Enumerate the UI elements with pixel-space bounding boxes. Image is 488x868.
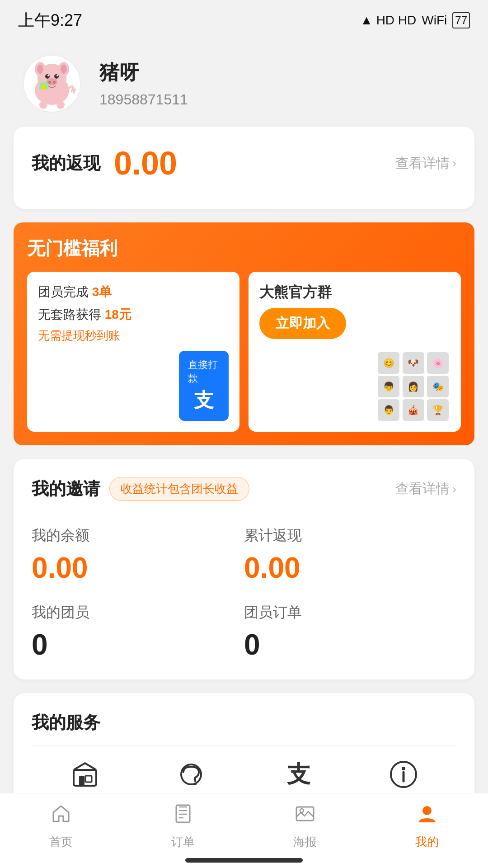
group-avatar-grid: 😊 🐶 🌸 👦 👩 🎭 👨 🎪 🏆 [378, 352, 450, 421]
chevron-right-icon: › [452, 156, 456, 170]
merchant-icon [67, 756, 103, 793]
signal-icon: ▲ HD HD [360, 13, 416, 28]
svg-point-38 [300, 809, 304, 812]
group-avatar-6: 🎭 [427, 376, 449, 397]
cashback-amount: 0.00 [114, 145, 395, 182]
svg-rect-22 [79, 776, 84, 786]
battery-icon: 77 [452, 12, 470, 28]
svg-point-9 [56, 75, 58, 76]
svg-point-39 [422, 806, 432, 815]
orders-icon [172, 802, 194, 830]
svg-point-6 [45, 74, 50, 79]
battery-level: 77 [455, 14, 467, 27]
avatar[interactable] [23, 54, 81, 113]
nav-mine-label: 我的 [415, 834, 439, 850]
banner-reward-text: 团员完成 3单 无套路获得 18元 无需提现秒到账 [38, 283, 229, 344]
nav-mine[interactable]: 我的 [366, 802, 488, 850]
poster-icon [294, 802, 316, 830]
banner-items: 团员完成 3单 无套路获得 18元 无需提现秒到账 直接打款 支 大熊官方群 立… [27, 272, 461, 432]
invitation-title-row: 我的邀请 收益统计包含团长收益 [32, 477, 249, 501]
svg-point-4 [37, 65, 43, 74]
nav-poster-label: 海报 [293, 834, 317, 850]
home-icon [50, 802, 72, 830]
stat-cumulative: 累计返现 0.00 [244, 526, 456, 585]
nav-orders[interactable]: 订单 [122, 802, 244, 850]
cashback-label: 我的返现 [32, 152, 100, 175]
members-label: 我的团员 [32, 603, 244, 623]
invitation-card: 我的邀请 收益统计包含团长收益 查看详情 › 我的余额 0.00 累计返现 0.… [14, 459, 474, 679]
svg-rect-23 [85, 776, 92, 782]
nav-orders-label: 订单 [171, 834, 195, 850]
nav-poster[interactable]: 海报 [244, 802, 366, 850]
wifi-icon: WiFi [422, 13, 447, 28]
nav-home[interactable]: 首页 [0, 802, 122, 850]
group-avatar-4: 👦 [378, 376, 399, 397]
svg-rect-20 [56, 101, 65, 109]
svg-point-25 [194, 783, 197, 785]
reward-line3: 无需提现秒到账 [38, 328, 229, 344]
svg-point-29 [402, 767, 405, 770]
group-avatar-7: 👨 [378, 399, 399, 421]
services-title: 我的服务 [32, 711, 456, 745]
chevron-right-icon-2: › [452, 482, 456, 496]
group-avatar-3: 🌸 [427, 352, 449, 374]
bottom-nav: 首页 订单 海报 [0, 793, 488, 868]
alipay-bind-icon: 支 [279, 756, 315, 793]
stat-members: 我的团员 0 [32, 603, 244, 661]
banner-item-reward[interactable]: 团员完成 3单 无套路获得 18元 无需提现秒到账 直接打款 支 [27, 272, 239, 432]
profile-phone: 18958871511 [99, 91, 188, 108]
cashback-header: 我的返现 0.00 查看详情 › [32, 145, 456, 182]
status-right: ▲ HD HD WiFi 77 [360, 12, 470, 28]
svg-point-5 [61, 65, 67, 74]
alipay-icon-wrapper: 直接打款 支 [179, 351, 229, 421]
balance-label: 我的余额 [32, 526, 244, 546]
svg-point-11 [48, 81, 51, 84]
cashback-card: 我的返现 0.00 查看详情 › [14, 127, 474, 209]
svg-point-7 [54, 74, 59, 79]
stats-grid: 我的余额 0.00 累计返现 0.00 我的团员 0 团员订单 0 [32, 526, 456, 661]
invitation-header: 我的邀请 收益统计包含团长收益 查看详情 › [32, 477, 456, 512]
group-avatar-1: 😊 [378, 352, 399, 374]
about-icon [385, 756, 422, 793]
orange-banner: 无门槛福利 团员完成 3单 无套路获得 18元 无需提现秒到账 直接打款 支 [14, 222, 474, 445]
stat-balance: 我的余额 0.00 [32, 526, 244, 585]
alipay-label: 直接打款 [188, 358, 220, 385]
members-value: 0 [32, 628, 244, 661]
svg-point-12 [53, 81, 56, 84]
group-avatar-9: 🏆 [427, 399, 449, 421]
group-title: 大熊官方群 [259, 283, 332, 302]
group-avatar-2: 🐶 [403, 352, 424, 374]
cashback-view-detail[interactable]: 查看详情 › [395, 154, 456, 173]
invitation-badge: 收益统计包含团长收益 [109, 477, 249, 501]
banner-item-group[interactable]: 大熊官方群 立即加入 😊 🐶 🌸 👦 👩 🎭 👨 🎪 🏆 [249, 272, 461, 432]
group-avatar-5: 👩 [403, 376, 424, 397]
banner-title: 无门槛福利 [27, 236, 461, 261]
status-bar: 上午9:27 ▲ HD HD WiFi 77 [0, 0, 488, 36]
orders-label: 团员订单 [244, 603, 456, 623]
home-indicator [185, 858, 303, 863]
profile-info: 猪呀 18958871511 [99, 59, 188, 108]
profile-name: 猪呀 [99, 59, 188, 86]
balance-value: 0.00 [32, 551, 244, 585]
join-group-button[interactable]: 立即加入 [259, 308, 346, 339]
reward-line2: 无套路获得 18元 [38, 305, 229, 324]
support-icon [173, 756, 209, 793]
group-avatar-8: 🎪 [403, 399, 424, 421]
invitation-view-detail[interactable]: 查看详情 › [395, 480, 456, 498]
mine-icon [416, 802, 438, 830]
svg-point-8 [47, 75, 49, 76]
status-time: 上午9:27 [18, 9, 82, 32]
nav-home-label: 首页 [49, 834, 73, 850]
invitation-title: 我的邀请 [32, 477, 100, 500]
banner-group-content: 大熊官方群 立即加入 [259, 283, 450, 339]
stat-orders: 团员订单 0 [244, 603, 456, 661]
orders-value: 0 [244, 628, 456, 661]
reward-line1: 团员完成 3单 [38, 283, 229, 302]
svg-rect-19 [39, 101, 47, 109]
svg-point-18 [42, 85, 46, 89]
alipay-symbol: 支 [194, 387, 214, 414]
cumulative-label: 累计返现 [244, 526, 456, 546]
svg-point-10 [47, 78, 57, 85]
cumulative-value: 0.00 [244, 551, 456, 585]
profile-section: 猪呀 18958871511 [0, 36, 488, 127]
